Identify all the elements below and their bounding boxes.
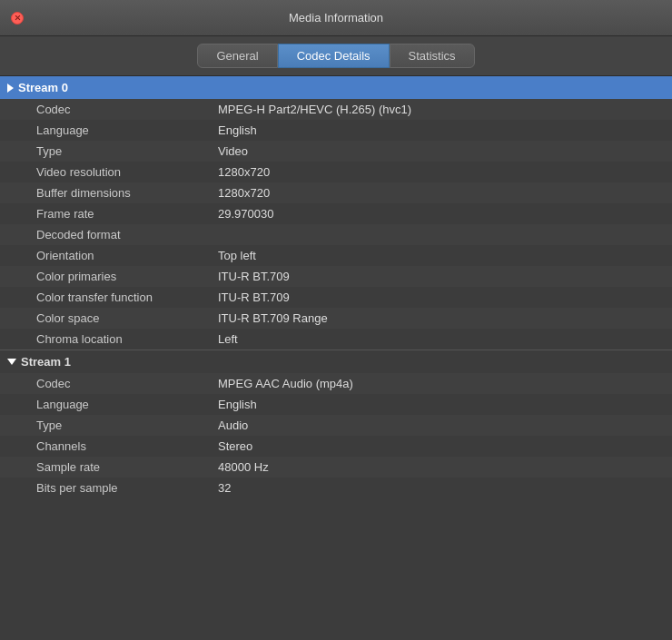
- window: Media Information General Codec Details …: [0, 0, 672, 640]
- table-row: Bits per sample 32: [0, 478, 672, 498]
- prop-value: English: [218, 398, 657, 411]
- tab-codec-details[interactable]: Codec Details: [278, 44, 390, 68]
- prop-value: 29.970030: [218, 207, 657, 221]
- tab-general[interactable]: General: [197, 44, 277, 68]
- prop-label: Bits per sample: [36, 481, 218, 495]
- prop-label: Type: [36, 418, 218, 432]
- prop-label: Sample rate: [36, 460, 218, 474]
- prop-label: Language: [36, 398, 218, 411]
- prop-label: Video resolution: [36, 165, 218, 179]
- table-row: Frame rate 29.970030: [0, 203, 672, 224]
- stream0-label: Stream 0: [18, 81, 68, 94]
- prop-value: 1280x720: [218, 165, 657, 179]
- table-row: Sample rate 48000 Hz: [0, 457, 672, 478]
- prop-value: ITU-R BT.709: [218, 270, 657, 283]
- content-area: Stream 0 Codec MPEG-H Part2/HEVC (H.265)…: [0, 76, 672, 640]
- table-row: Language English: [0, 394, 672, 415]
- stream0-properties: Codec MPEG-H Part2/HEVC (H.265) (hvc1) L…: [0, 99, 672, 350]
- prop-value: 1280x720: [218, 186, 657, 200]
- table-row: Type Video: [0, 141, 672, 162]
- prop-value: ITU-R BT.709 Range: [218, 311, 657, 325]
- table-row: Decoded format: [0, 224, 672, 245]
- table-row: Orientation Top left: [0, 245, 672, 266]
- tab-bar: General Codec Details Statistics: [0, 36, 672, 76]
- stream0-triangle: [7, 84, 14, 93]
- prop-label: Language: [36, 123, 218, 137]
- prop-label: Orientation: [36, 249, 218, 262]
- title-bar: Media Information: [0, 0, 672, 36]
- prop-label: Color transfer function: [36, 290, 218, 304]
- prop-label: Codec: [36, 103, 218, 116]
- prop-label: Frame rate: [36, 207, 218, 221]
- stream1-header[interactable]: Stream 1: [0, 350, 672, 373]
- prop-label: Type: [36, 144, 218, 158]
- tab-statistics[interactable]: Statistics: [390, 44, 475, 68]
- table-row: Chroma location Left: [0, 329, 672, 350]
- table-row: Color primaries ITU-R BT.709: [0, 266, 672, 287]
- stream1-properties: Codec MPEG AAC Audio (mp4a) Language Eng…: [0, 373, 672, 498]
- window-title: Media Information: [289, 11, 383, 25]
- prop-label: Buffer dimensions: [36, 186, 218, 200]
- table-row: Color space ITU-R BT.709 Range: [0, 308, 672, 329]
- prop-label: Color space: [36, 311, 218, 325]
- close-button[interactable]: [11, 12, 24, 25]
- prop-value: 48000 Hz: [218, 460, 657, 474]
- table-row: Video resolution 1280x720: [0, 162, 672, 182]
- prop-value: MPEG AAC Audio (mp4a): [218, 377, 657, 390]
- prop-value: 32: [218, 481, 657, 495]
- table-row: Color transfer function ITU-R BT.709: [0, 287, 672, 308]
- prop-value: Top left: [218, 249, 657, 262]
- prop-value: ITU-R BT.709: [218, 290, 657, 304]
- stream1-triangle: [7, 359, 16, 365]
- prop-value: [218, 228, 657, 241]
- table-row: Codec MPEG-H Part2/HEVC (H.265) (hvc1): [0, 99, 672, 120]
- prop-label: Color primaries: [36, 270, 218, 283]
- prop-label: Decoded format: [36, 228, 218, 241]
- prop-label: Channels: [36, 439, 218, 453]
- prop-value: Left: [218, 332, 657, 346]
- prop-label: Chroma location: [36, 332, 218, 346]
- table-row: Type Audio: [0, 415, 672, 436]
- prop-value: Audio: [218, 418, 657, 432]
- table-row: Channels Stereo: [0, 436, 672, 457]
- stream0-header[interactable]: Stream 0: [0, 76, 672, 99]
- prop-value: Video: [218, 144, 657, 158]
- prop-value: MPEG-H Part2/HEVC (H.265) (hvc1): [218, 103, 657, 116]
- prop-value: English: [218, 123, 657, 137]
- stream1-label: Stream 1: [21, 355, 71, 369]
- table-row: Buffer dimensions 1280x720: [0, 182, 672, 203]
- table-row: Codec MPEG AAC Audio (mp4a): [0, 373, 672, 394]
- prop-label: Codec: [36, 377, 218, 390]
- table-row: Language English: [0, 120, 672, 141]
- prop-value: Stereo: [218, 439, 657, 453]
